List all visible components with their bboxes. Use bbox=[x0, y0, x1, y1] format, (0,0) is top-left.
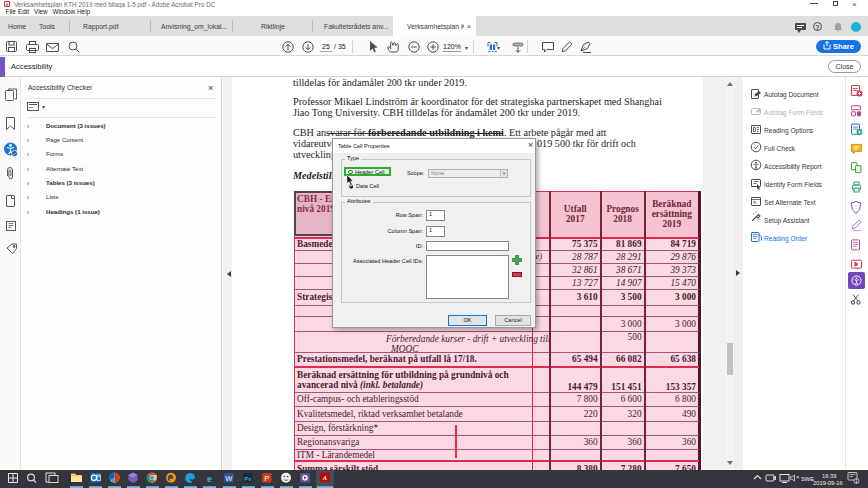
svg-text:W: W bbox=[225, 474, 233, 483]
svg-text:e: e bbox=[207, 472, 212, 484]
svg-text:Ps: Ps bbox=[244, 476, 251, 482]
svg-text:A: A bbox=[322, 474, 328, 481]
svg-text:2019-09-16: 2019-09-16 bbox=[813, 480, 843, 486]
svg-text:P: P bbox=[264, 474, 269, 483]
svg-text:16:39: 16:39 bbox=[822, 473, 837, 479]
